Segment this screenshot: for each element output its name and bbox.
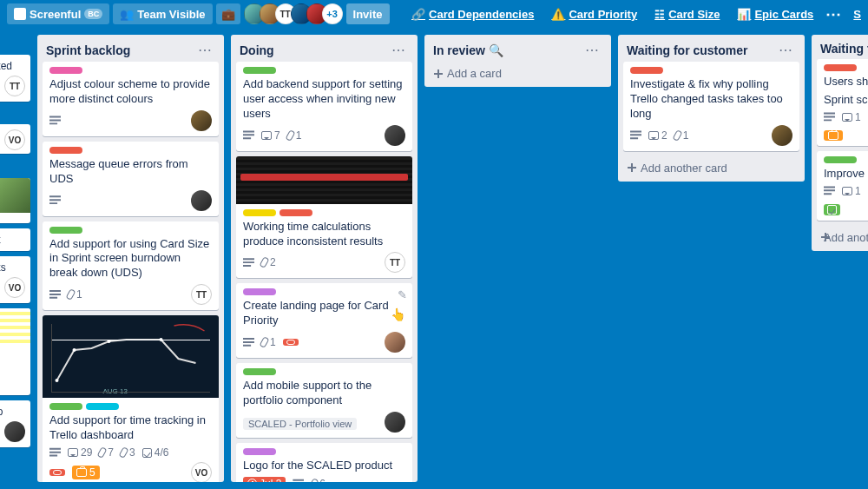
card-label[interactable] xyxy=(824,156,857,163)
card[interactable]: Add mobile support to the portfolio comp… xyxy=(236,363,412,438)
list-title[interactable]: Sprint backlog xyxy=(46,43,130,57)
member-chip[interactable] xyxy=(772,125,792,146)
board-icon xyxy=(14,8,26,20)
member-chip[interactable]: VO xyxy=(4,129,25,150)
list-menu-icon[interactable]: ⋯ xyxy=(194,42,215,58)
card[interactable]: Add support for using Card Size in Sprin… xyxy=(43,221,219,311)
card-label[interactable] xyxy=(49,67,82,74)
add-card-label: Add another card xyxy=(641,162,727,175)
member-chip[interactable]: TT xyxy=(4,76,25,96)
card[interactable]: ✎ Create landing page for Card Priority … xyxy=(236,283,412,358)
add-another-card-button[interactable]: Add another xyxy=(812,226,868,251)
list-in-review: In review 🔍 ⋯ Add a card xyxy=(424,35,611,87)
card-label[interactable] xyxy=(49,147,82,154)
partial-card[interactable] xyxy=(0,178,30,223)
more-menu[interactable]: ⋯ xyxy=(824,4,843,23)
card-label[interactable] xyxy=(243,67,276,74)
member-chip[interactable] xyxy=(4,421,25,442)
member-chip[interactable]: TT xyxy=(385,252,405,273)
card-title-fragment: y to xyxy=(0,406,3,418)
list-title[interactable]: Waiting for customer xyxy=(627,43,748,57)
nav-card-priority[interactable]: ⚠️ Card Priority xyxy=(544,8,644,21)
attachment-icon xyxy=(285,129,295,142)
partial-card[interactable]: ents VO xyxy=(0,256,30,303)
member-overflow[interactable]: +3 xyxy=(322,3,343,24)
add-another-card-button[interactable]: Add another card xyxy=(618,156,805,182)
card[interactable]: Working time calculations produce incons… xyxy=(236,156,412,279)
partial-card[interactable]: eated TT xyxy=(0,55,30,102)
add-card-button[interactable]: Add a card xyxy=(424,62,611,87)
board-name-button[interactable]: Screenful BC xyxy=(7,3,109,24)
card-label[interactable] xyxy=(243,448,276,455)
badge-count: 7 xyxy=(274,129,280,142)
card[interactable]: Add backend support for setting user acc… xyxy=(236,62,412,151)
member-chip[interactable] xyxy=(191,110,212,131)
nav-label: Epic Cards xyxy=(754,8,813,21)
invite-button[interactable]: Invite xyxy=(346,3,390,24)
priority-badge xyxy=(824,130,843,141)
card-label[interactable] xyxy=(824,64,857,71)
card-label[interactable] xyxy=(243,209,276,216)
svg-point-2 xyxy=(108,340,111,343)
link-icon xyxy=(53,470,62,475)
comment-icon xyxy=(842,113,852,122)
checklist-badge: 4/6 xyxy=(142,446,169,459)
cursor-hand-icon: 👆 xyxy=(391,307,405,321)
dependency-badge xyxy=(283,339,299,346)
card-title: Message queue errors from UDS xyxy=(49,157,212,187)
list-menu-icon[interactable]: ⋯ xyxy=(775,42,796,58)
card[interactable]: Adjust colour scheme to provide more dis… xyxy=(43,62,219,136)
attachments-badge: 6 xyxy=(311,478,326,482)
member-chip[interactable] xyxy=(385,332,405,353)
list-title[interactable]: Doing xyxy=(240,43,274,57)
nav-epic-cards[interactable]: 📊 Epic Cards xyxy=(730,8,820,21)
nav-card-size[interactable]: ☷ Card Size xyxy=(648,8,727,21)
card[interactable]: Improve UI-AP 1 xyxy=(817,151,868,221)
dependency-badge xyxy=(49,469,65,476)
member-chip[interactable]: TT xyxy=(191,284,212,305)
card[interactable]: Message queue errors from UDS xyxy=(43,142,219,216)
list-title[interactable]: In review 🔍 xyxy=(433,43,503,57)
attachments-badge: 1 xyxy=(68,288,82,301)
card[interactable]: Investigate & fix why polling Trello cha… xyxy=(623,62,799,151)
card-label[interactable] xyxy=(49,403,82,410)
visibility-button[interactable]: 👥 Team Visible xyxy=(113,3,212,24)
board-canvas[interactable]: eated TT VO unt ents VO y to Sprint back… xyxy=(0,28,868,489)
board-badge: BC xyxy=(84,9,102,19)
card-label[interactable] xyxy=(49,227,82,234)
partial-card[interactable]: unt xyxy=(0,228,30,251)
card-label[interactable] xyxy=(243,368,276,375)
card-title-fragment: eated xyxy=(0,60,12,72)
member-chip[interactable]: VO xyxy=(191,462,212,482)
description-icon xyxy=(49,115,61,126)
list-title[interactable]: Waiting for de xyxy=(820,42,868,56)
comments-badge: 1 xyxy=(842,111,861,123)
nav-cutoff[interactable]: S xyxy=(846,8,861,21)
pencil-icon[interactable]: ✎ xyxy=(398,288,407,301)
member-chip[interactable]: VO xyxy=(4,277,25,298)
card-label[interactable] xyxy=(86,403,119,410)
partial-card[interactable] xyxy=(0,308,30,395)
badge-count: 3 xyxy=(129,446,135,459)
card[interactable]: Logo for the SCALED product Jul 3 6 SCAL… xyxy=(236,443,412,482)
powerup-button[interactable]: 💼 xyxy=(216,3,240,24)
card[interactable]: AUG 13 Add support for time tracking in … xyxy=(43,315,219,482)
comment-icon xyxy=(68,448,78,457)
member-chip[interactable] xyxy=(385,125,405,146)
card[interactable]: Users should Sprint screen 1 xyxy=(817,59,868,146)
attachment-icon xyxy=(259,336,269,348)
card-label[interactable] xyxy=(630,67,663,74)
card-label[interactable] xyxy=(279,209,312,216)
list-menu-icon[interactable]: ⋯ xyxy=(388,42,409,58)
attachment-icon xyxy=(672,129,682,142)
member-chip[interactable] xyxy=(385,412,405,433)
nav-label: Card Size xyxy=(668,8,720,21)
card-label[interactable] xyxy=(243,288,276,295)
partial-card[interactable]: VO xyxy=(0,124,30,154)
member-chip[interactable] xyxy=(191,190,212,211)
partial-card[interactable]: y to xyxy=(0,400,30,447)
nav-card-dependencies[interactable]: 🔗 Card Dependencies xyxy=(404,8,541,21)
card-title-fragment: unt xyxy=(0,234,1,246)
list-menu-icon[interactable]: ⋯ xyxy=(582,42,602,58)
attachment-icon xyxy=(259,257,269,269)
